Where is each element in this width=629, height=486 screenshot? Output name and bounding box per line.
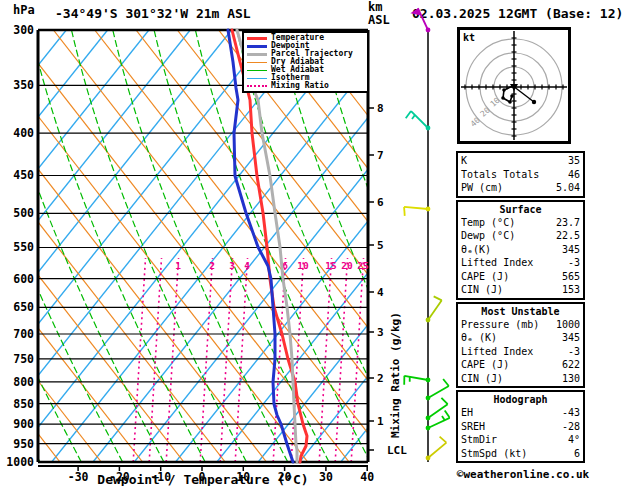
row-label: CAPE (J) [461,358,509,372]
pressure-tick-label: 450 [13,168,34,182]
pressure-tick-label: 350 [13,78,34,92]
legend-line-sample [247,70,267,71]
table-row: EH-43 [461,406,580,420]
row-value: 153 [562,283,580,297]
pressure-tick-label: 600 [13,272,34,286]
table-row: StmSpd (kt)6 [461,447,580,461]
copyright: ©weatheronline.co.uk [448,468,598,481]
mixing-ratio-value-label: 4 [244,260,250,271]
legend-item: Mixing Ratio [247,82,367,90]
table-row: θₑ (K)345 [461,331,580,345]
km-tick-label: 6 [377,196,384,209]
mixing-ratio-value-label: 25 [357,260,369,271]
row-label: Dewp (°C) [461,229,515,243]
table-row: CIN (J)153 [461,283,580,297]
table-row: CAPE (J)622 [461,358,580,372]
table-row: Temp (°C)23.7 [461,216,580,230]
row-label: PW (cm) [461,181,503,195]
row-value: 46 [568,168,580,182]
indices-table: K35Totals Totals46PW (cm)5.04 [456,151,585,198]
pressure-tick-label: 400 [13,126,34,140]
legend-line-sample [247,45,267,48]
pressure-tick-label: 950 [13,437,34,451]
pressure-tick-label: 550 [13,240,34,254]
table-title: Most Unstable [461,305,580,318]
row-label: K [461,154,467,168]
mixing-ratio-value-label: 3 [229,260,235,271]
indices-table: HodographEH-43SREH-28StmDir4°StmSpd (kt)… [456,390,585,463]
pressure-tick-label: 800 [13,375,34,389]
row-label: SREH [461,420,485,434]
row-label: StmSpd (kt) [461,447,527,461]
row-label: Pressure (mb) [461,318,539,332]
table-row: Lifted Index-3 [461,345,580,359]
legend-line-sample [247,85,267,87]
row-value: 23.7 [556,216,580,230]
mixing-ratio-value-label: 10 [297,260,309,271]
row-value: 622 [562,358,580,372]
row-value: 35 [568,154,580,168]
pressure-tick-label: 1000 [6,455,34,469]
table-row: Totals Totals46 [461,168,580,182]
wind-barb [426,410,450,430]
mixing-ratio-axis-title: Mixing Ratio (g/kg) [389,268,403,438]
indices-panel: K35Totals Totals46PW (cm)5.04SurfaceTemp… [456,151,585,465]
mixing-ratio-line [133,258,145,462]
pressure-tick-label: 650 [13,300,34,314]
dry-adiabat-line [260,30,450,462]
sounding-screenshot: hPa -34°49'S 301°32'W 21m ASL kmASL 02.0… [0,0,629,486]
wind-barb [410,8,430,32]
row-label: θₑ (K) [461,331,497,345]
table-row: Pressure (mb)1000 [461,318,580,332]
row-label: Lifted Index [461,256,533,270]
table-row: Lifted Index-3 [461,256,580,270]
row-label: CIN (J) [461,283,503,297]
dewpoint-curve [228,30,293,462]
row-label: Lifted Index [461,345,533,359]
isotherm-line [0,30,232,462]
mixing-ratio-line [351,258,363,462]
km-tick-label: 1 [377,415,384,428]
row-value: 130 [562,372,580,386]
isotherm-line [0,30,273,462]
legend-line-sample [247,53,267,56]
pressure-tick-label: 300 [13,23,34,37]
row-value: -3 [568,345,580,359]
row-label: Temp (°C) [461,216,515,230]
mixing-ratio-value-label: 15 [325,260,337,271]
km-tick-label: 4 [377,286,384,299]
row-label: Totals Totals [461,168,539,182]
row-value: -3 [568,256,580,270]
hodograph-unit-label: kt [463,32,475,43]
table-title: Surface [461,203,580,216]
km-tick-label: 7 [377,149,384,162]
pressure-tick-label: 700 [13,327,34,341]
row-value: 345 [562,243,580,257]
km-tick-label: 3 [377,326,384,339]
table-row: K35 [461,154,580,168]
km-tick-label: 5 [377,239,384,252]
isotherm-line [176,30,450,462]
table-row: Dewp (°C)22.5 [461,229,580,243]
wind-barb [426,398,448,421]
wet-adiabat-line [361,30,450,462]
lcl-label: LCL [387,444,407,457]
row-value: -43 [562,406,580,420]
pressure-tick-label: 500 [13,206,34,220]
legend-line-sample [247,62,267,63]
wet-adiabat-line [0,30,81,462]
table-row: CAPE (J)565 [461,270,580,284]
row-value: 5.04 [556,181,580,195]
indices-table: SurfaceTemp (°C)23.7Dewp (°C)22.5θₑ(K)34… [456,200,585,300]
km-tick-label: 2 [377,372,384,385]
legend-line-sample [247,78,267,79]
table-row: θₑ(K)345 [461,243,580,257]
wind-barb [404,376,430,385]
mixing-ratio-value-label: 2 [209,260,215,271]
legend: TemperatureDewpointParcel TrajectoryDry … [242,31,369,93]
wind-barb [406,111,431,130]
indices-table: Most UnstablePressure (mb)1000θₑ (K)345L… [456,302,585,389]
dry-adiabat-line [177,30,450,462]
row-value: 22.5 [556,229,580,243]
isotherm-line [258,30,450,462]
